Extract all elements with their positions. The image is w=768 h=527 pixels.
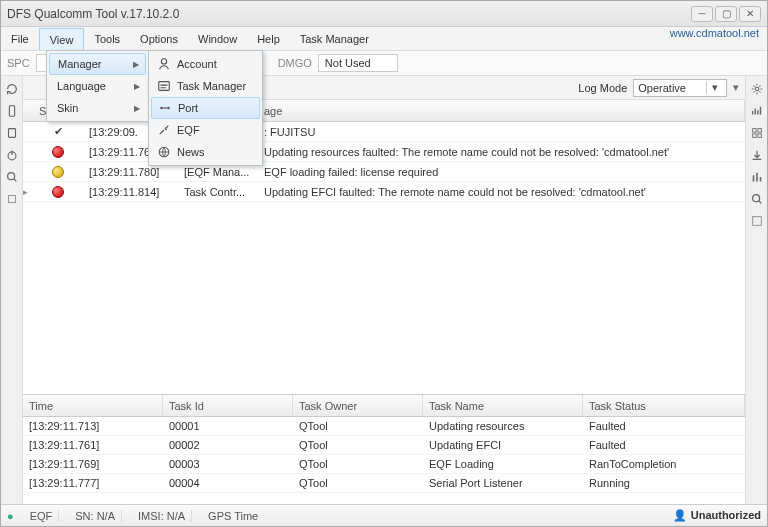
menu-tools[interactable]: Tools: [84, 27, 130, 50]
col-task-owner[interactable]: Task Owner: [293, 395, 423, 416]
cell-time: [13:29:11.761]: [23, 439, 163, 451]
refresh-icon[interactable]: [5, 82, 19, 96]
close-button[interactable]: ✕: [739, 6, 761, 22]
dropdown-extra-icon[interactable]: ▾: [733, 81, 739, 94]
task-row[interactable]: [13:29:11.761]00002QToolUpdating EFCIFau…: [23, 436, 745, 455]
task-row[interactable]: [13:29:11.713]00001QToolUpdating resourc…: [23, 417, 745, 436]
dmgo-value: Not Used: [325, 57, 371, 69]
svg-rect-5: [9, 106, 14, 117]
cell-task: [EQF Mana...: [178, 166, 258, 178]
header-url[interactable]: www.cdmatool.net: [670, 27, 767, 50]
menu-bar: File View Tools Options Window Help Task…: [1, 27, 767, 51]
col-task-id[interactable]: Task Id: [163, 395, 293, 416]
task-header-row: Time Task Id Task Owner Task Name Task S…: [23, 395, 745, 417]
maximize-button[interactable]: ▢: [715, 6, 737, 22]
download-icon[interactable]: [750, 148, 764, 162]
log-row[interactable]: [13:29:11.762]Task Contr...Updating reso…: [23, 142, 745, 162]
menu-help[interactable]: Help: [247, 27, 290, 50]
menu-view[interactable]: View: [39, 28, 85, 50]
right-toolbar: [745, 76, 767, 504]
user-icon: 👤: [673, 509, 687, 521]
menu-options[interactable]: Options: [130, 27, 188, 50]
svg-rect-1: [159, 82, 170, 91]
panel-icon[interactable]: [750, 214, 764, 228]
cell-status: RanToCompletion: [583, 458, 745, 470]
col-task-name[interactable]: Task Name: [423, 395, 583, 416]
status-unauthorized: 👤Unauthorized: [673, 509, 761, 522]
check-icon: ✔: [54, 125, 63, 138]
title-bar[interactable]: DFS Qualcomm Tool v.17.10.2.0 ─ ▢ ✕: [1, 1, 767, 27]
cell-name: Updating resources: [423, 420, 583, 432]
cell-id: 00001: [163, 420, 293, 432]
chevron-down-icon: ▾: [706, 81, 722, 94]
submenu-label: Language: [57, 80, 106, 92]
menu-window[interactable]: Window: [188, 27, 247, 50]
col-message[interactable]: age: [258, 100, 745, 121]
left-toolbar: [1, 76, 23, 504]
gear-icon[interactable]: [750, 82, 764, 96]
svg-rect-16: [752, 217, 761, 226]
svg-point-10: [755, 87, 759, 91]
task-row[interactable]: [13:29:11.777]00004QToolSerial Port List…: [23, 474, 745, 493]
grid-icon[interactable]: [750, 126, 764, 140]
task-row[interactable]: [13:29:11.769]00003QToolEQF LoadingRanTo…: [23, 455, 745, 474]
svg-point-0: [161, 59, 166, 64]
zoom-icon[interactable]: [750, 192, 764, 206]
menu-file[interactable]: File: [1, 27, 39, 50]
cell-id: 00004: [163, 477, 293, 489]
submenu-label: Port: [178, 102, 198, 114]
generic-icon[interactable]: [5, 192, 19, 206]
submenu-account[interactable]: Account: [151, 53, 260, 75]
cell-time: [13:29:11.780]: [83, 166, 178, 178]
submenu-label: EQF: [177, 124, 200, 136]
row-pointer: ▸: [23, 187, 33, 197]
main-panel: Log Mode Operative▾ ▾ Status Time age ✔[…: [23, 76, 745, 504]
minimize-button[interactable]: ─: [691, 6, 713, 22]
cell-status: [33, 186, 83, 198]
cell-task: Task Contr...: [178, 186, 258, 198]
submenu-manager[interactable]: Manager▶: [49, 53, 146, 75]
submenu-task-manager[interactable]: Task Manager: [151, 75, 260, 97]
cell-owner: QTool: [293, 477, 423, 489]
spc-label: SPC: [7, 57, 30, 69]
log-row[interactable]: ▸[13:29:11.814]Task Contr...Updating EFC…: [23, 182, 745, 202]
submenu-port[interactable]: Port: [151, 97, 260, 119]
cell-status: Faulted: [583, 439, 745, 451]
col-time[interactable]: Time: [23, 395, 163, 416]
col-task-status[interactable]: Task Status: [583, 395, 745, 416]
log-table: Status Time age ✔[13:29:09.: FUJITSU[13:…: [23, 100, 745, 394]
cell-id: 00002: [163, 439, 293, 451]
dmgo-combo[interactable]: Not Used: [318, 54, 398, 72]
status-bar: ● EQF SN: N/A IMSI: N/A GPS Time 👤Unauth…: [1, 504, 767, 526]
cell-time: [13:29:11.769]: [23, 458, 163, 470]
chevron-right-icon: ▶: [134, 82, 140, 91]
power-icon[interactable]: [5, 148, 19, 162]
search-icon[interactable]: [5, 170, 19, 184]
svg-rect-6: [8, 129, 15, 138]
equalizer-icon[interactable]: [750, 170, 764, 184]
bars-icon[interactable]: [750, 104, 764, 118]
log-mode-combo[interactable]: Operative▾: [633, 79, 727, 97]
cell-name: Serial Port Listener: [423, 477, 583, 489]
cell-owner: QTool: [293, 420, 423, 432]
device-icon[interactable]: [5, 126, 19, 140]
cell-name: Updating EFCI: [423, 439, 583, 451]
cell-message: Updating resources faulted: The remote n…: [258, 146, 745, 158]
task-table: Time Task Id Task Owner Task Name Task S…: [23, 394, 745, 504]
cell-owner: QTool: [293, 439, 423, 451]
phone-icon[interactable]: [5, 104, 19, 118]
submenu-eqf[interactable]: EQF: [151, 119, 260, 141]
log-row[interactable]: ✔[13:29:09.: FUJITSU: [23, 122, 745, 142]
submenu-news[interactable]: News: [151, 141, 260, 163]
submenu-skin[interactable]: Skin▶: [49, 97, 146, 119]
port-icon: [158, 101, 172, 115]
submenu-language[interactable]: Language▶: [49, 75, 146, 97]
svg-point-2: [160, 107, 163, 110]
cell-status: ✔: [33, 125, 83, 138]
cell-time: [13:29:11.777]: [23, 477, 163, 489]
chevron-right-icon: ▶: [134, 104, 140, 113]
submenu-label: Skin: [57, 102, 78, 114]
log-row[interactable]: [13:29:11.780][EQF Mana...EQF loading fa…: [23, 162, 745, 182]
menu-task-manager[interactable]: Task Manager: [290, 27, 379, 50]
svg-rect-13: [752, 134, 756, 138]
